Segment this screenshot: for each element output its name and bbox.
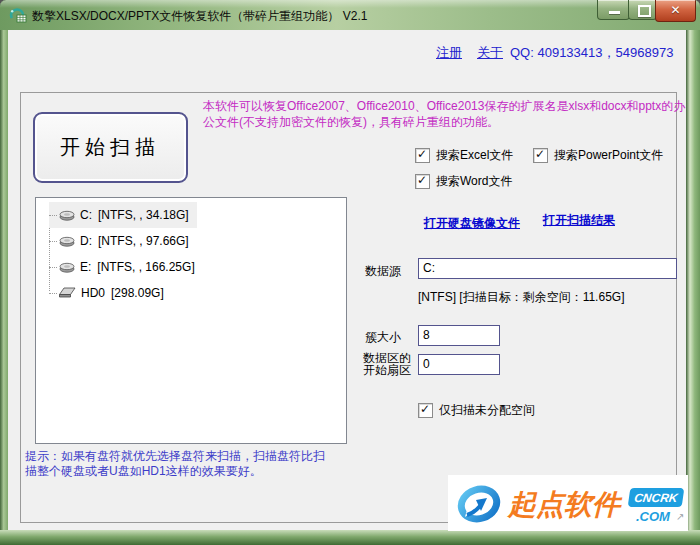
maximize-icon [638,5,651,17]
drive-info: [NTFS, , 97.66G] [98,234,189,248]
harddisk-icon [59,287,76,299]
register-link[interactable]: 注册 [436,44,462,62]
search-powerpoint-label[interactable]: 搜索PowerPoint文件 [554,147,663,164]
start-sector-input[interactable]: 0 [418,354,500,375]
hint-text: 提示：如果有盘符就优先选择盘符来扫描，扫描盘符比扫 描整个硬盘或者U盘如HD1这… [25,449,325,479]
search-excel-checkbox-row[interactable]: 搜索Excel文件 [415,147,513,164]
about-link[interactable]: 关于 [477,44,503,62]
tree-stub-line [49,215,57,216]
swirl-arrow-logo-icon [455,480,503,532]
drive-tree-item-d[interactable]: D: [NTFS, , 97.66G] [49,228,197,254]
brand-text: 起点软件 [508,486,620,524]
tree-stub-line [49,267,57,268]
search-excel-label[interactable]: 搜索Excel文件 [436,147,513,164]
window-title: 数擎XLSX/DOCX/PPTX文件恢复软件（带碎片重组功能） V2.1 [32,8,367,25]
drive-tree-list[interactable]: C: [NTFS, , 34.18G] D: [NTFS, , 97.66G] [35,197,347,444]
tree-stub-line [49,293,57,294]
title-bar[interactable]: 数擎XLSX/DOCX/PPTX文件恢复软件（带碎片重组功能） V2.1 ✕ [0,0,700,31]
window-frame-right [686,30,700,545]
drive-info: [NTFS, , 34.18G] [98,208,189,222]
minimize-icon [609,11,620,14]
drive-name: HD0 [81,286,105,300]
close-icon: ✕ [656,3,695,17]
cncrk-badge: CNCRK [628,488,685,507]
cluster-size-input[interactable]: 8 [418,325,500,346]
unallocated-only-label[interactable]: 仅扫描未分配空间 [439,402,535,419]
maximize-button[interactable] [628,0,657,20]
close-button[interactable]: ✕ [655,0,696,22]
software-description: 本软件可以恢复Office2007、Office2010、Office2013保… [203,98,685,130]
drive-name: E: [80,260,91,274]
checkbox-checked-icon[interactable] [415,174,430,189]
open-scan-result-link[interactable]: 打开扫描结果 [543,212,615,229]
drive-info: [298.09G] [111,286,164,300]
app-window: 数擎XLSX/DOCX/PPTX文件恢复软件（带碎片重组功能） V2.1 ✕ 注… [0,0,700,545]
checkbox-checked-icon[interactable] [533,148,548,163]
checkbox-checked-icon[interactable] [415,148,430,163]
app-icon[interactable] [9,7,27,23]
tree-stub-line [49,241,57,242]
data-source-input[interactable]: C: [418,258,677,279]
start-scan-button[interactable]: 开始扫描 [33,112,188,183]
drive-name: C: [80,208,92,222]
scan-target-status: [NTFS] [扫描目标：剩余空间：11.65G] [418,289,624,306]
qq-contact-text: QQ: 409133413，54968973 [510,44,673,62]
cncrk-watermark: 起点软件 CNCRK .COM ↗ [448,475,688,531]
search-word-label[interactable]: 搜索Word文件 [436,173,512,190]
data-source-label: 数据源 [365,263,401,280]
hint-line1: 提示：如果有盘符就优先选择盘符来扫描，扫描盘符比扫 [25,449,325,464]
window-frame-bottom [0,530,700,545]
drive-tree-item-c[interactable]: C: [NTFS, , 34.18G] [49,202,197,228]
unallocated-only-checkbox-row[interactable]: 仅扫描未分配空间 [418,402,535,419]
drive-tree-item-hd0[interactable]: HD0 [298.09G] [49,280,172,306]
drive-tree-item-e[interactable]: E: [NTFS, , 166.25G] [49,254,203,280]
window-frame-left [0,30,8,545]
search-word-checkbox-row[interactable]: 搜索Word文件 [415,173,512,190]
external-arrow-icon: ↗ [676,511,684,522]
partition-icon [59,235,75,247]
description-line2: 公文件(不支持加密文件的恢复)，具有碎片重组的功能。 [203,114,685,130]
partition-icon [59,209,75,221]
description-line1: 本软件可以恢复Office2007、Office2010、Office2013保… [203,98,685,114]
cluster-size-label: 簇大小 [365,329,401,346]
domain-text: .COM [636,509,670,524]
checkbox-checked-icon[interactable] [418,403,433,418]
data-area-label-line2: 开始扇区 [363,364,411,376]
partition-icon [59,261,75,273]
client-area: 注册 关于 QQ: 409133413，54968973 开始扫描 本软件可以恢… [8,30,686,530]
hint-line2: 描整个硬盘或者U盘如HD1这样的效果要好。 [25,464,325,479]
search-powerpoint-checkbox-row[interactable]: 搜索PowerPoint文件 [533,147,663,164]
drive-info: [NTFS, , 166.25G] [97,260,194,274]
minimize-button[interactable] [597,0,630,20]
drive-name: D: [80,234,92,248]
open-disk-image-link[interactable]: 打开硬盘镜像文件 [424,215,520,232]
